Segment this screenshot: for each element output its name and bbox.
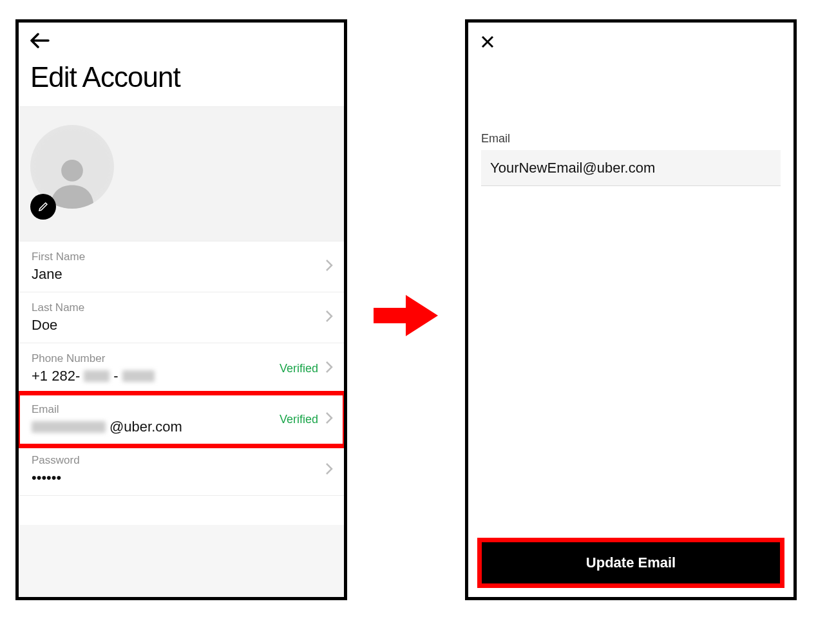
redacted-text	[84, 370, 109, 382]
redacted-text	[122, 370, 155, 382]
password-row[interactable]: Password ••••••	[19, 445, 344, 496]
first-name-row[interactable]: First Name Jane	[19, 242, 344, 292]
password-value: ••••••	[32, 469, 331, 486]
redacted-text	[32, 421, 106, 433]
email-suffix: @uber.com	[109, 419, 182, 435]
chevron-right-icon	[325, 462, 334, 478]
email-input[interactable]: YourNewEmail@uber.com	[481, 150, 781, 186]
email-input-value: YourNewEmail@uber.com	[490, 160, 655, 176]
email-verified-badge: Verified	[280, 413, 318, 426]
phone-dash: -	[113, 368, 118, 384]
chevron-right-icon	[325, 412, 334, 427]
update-email-screen: Email YourNewEmail@uber.com Update Email	[465, 19, 797, 600]
password-label: Password	[32, 454, 331, 467]
email-field-label: Email	[481, 132, 510, 146]
email-row[interactable]: Email @uber.com Verified	[19, 394, 344, 445]
profile-section	[19, 106, 344, 242]
flow-arrow-icon	[374, 290, 438, 341]
update-email-button[interactable]: Update Email	[482, 542, 780, 583]
first-name-value: Jane	[32, 266, 331, 283]
chevron-right-icon	[325, 310, 334, 325]
chevron-right-icon	[325, 361, 334, 376]
account-fields: First Name Jane Last Name Doe Phone Numb…	[19, 242, 344, 496]
page-title: Edit Account	[30, 61, 180, 93]
first-name-label: First Name	[32, 251, 331, 263]
chevron-right-icon	[325, 259, 334, 274]
close-icon[interactable]	[480, 34, 495, 52]
phone-prefix: +1 282-	[32, 368, 80, 384]
edit-account-screen: Edit Account First Name Jane Last Name D…	[15, 19, 347, 600]
back-arrow-icon[interactable]	[30, 33, 50, 51]
phone-verified-badge: Verified	[280, 362, 318, 375]
phone-row[interactable]: Phone Number +1 282- - Verified	[19, 343, 344, 394]
last-name-row[interactable]: Last Name Doe	[19, 292, 344, 343]
update-email-button-label: Update Email	[586, 554, 676, 571]
empty-space	[19, 525, 344, 597]
svg-point-0	[61, 160, 83, 182]
update-email-highlight: Update Email	[477, 538, 784, 588]
last-name-value: Doe	[32, 317, 331, 334]
edit-avatar-button[interactable]	[30, 194, 56, 220]
last-name-label: Last Name	[32, 301, 331, 314]
pencil-icon	[37, 201, 49, 213]
